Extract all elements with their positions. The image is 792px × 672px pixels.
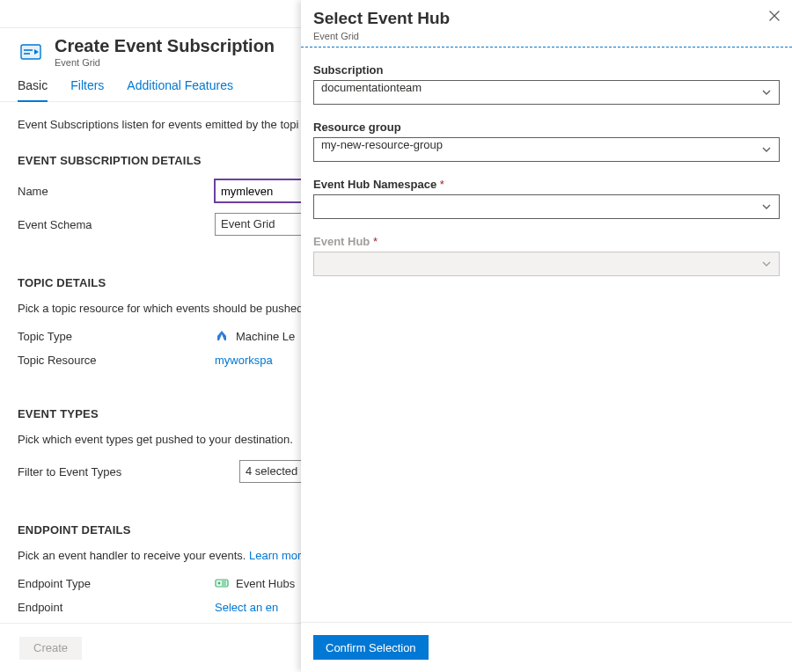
topic-type-value: Machine Le bbox=[236, 330, 295, 343]
machine-learning-icon bbox=[215, 329, 229, 343]
tab-basic[interactable]: Basic bbox=[18, 78, 48, 101]
event-hubs-icon bbox=[215, 576, 229, 590]
tab-filters[interactable]: Filters bbox=[70, 78, 104, 101]
event-schema-label: Event Schema bbox=[18, 218, 215, 231]
page-title: Create Event Subscription bbox=[55, 35, 275, 56]
chevron-down-icon bbox=[761, 144, 772, 155]
close-icon[interactable] bbox=[766, 7, 783, 25]
filter-event-types-label: Filter to Event Types bbox=[18, 465, 239, 478]
subscription-select[interactable]: documentationteam bbox=[313, 80, 780, 105]
event-hub-select bbox=[313, 252, 780, 276]
page-subtitle: Event Grid bbox=[55, 57, 275, 68]
resource-group-select[interactable]: my-new-resource-group bbox=[313, 137, 780, 162]
select-event-hub-panel: Select Event Hub Event Grid Subscription… bbox=[301, 0, 792, 672]
chevron-down-icon bbox=[761, 201, 772, 212]
create-button: Create bbox=[19, 637, 82, 660]
resource-group-label: Resource group bbox=[313, 121, 780, 134]
event-hub-namespace-label: Event Hub Namespace * bbox=[313, 178, 780, 191]
name-label: Name bbox=[18, 185, 215, 198]
endpoint-type-label: Endpoint Type bbox=[18, 577, 215, 590]
chevron-down-icon bbox=[761, 87, 772, 98]
topic-resource-label: Topic Resource bbox=[18, 354, 215, 367]
confirm-selection-button[interactable]: Confirm Selection bbox=[313, 635, 429, 660]
endpoint-type-value: Event Hubs bbox=[236, 577, 295, 590]
event-grid-icon bbox=[18, 39, 44, 65]
subscription-label: Subscription bbox=[313, 63, 780, 77]
endpoint-label: Endpoint bbox=[18, 601, 215, 614]
learn-more-link[interactable]: Learn more bbox=[249, 549, 307, 562]
svg-point-2 bbox=[218, 582, 221, 585]
tab-additional-features[interactable]: Additional Features bbox=[127, 78, 233, 101]
event-hub-namespace-select[interactable] bbox=[313, 194, 780, 219]
chevron-down-icon bbox=[761, 259, 772, 269]
topic-type-label: Topic Type bbox=[18, 330, 215, 343]
panel-title: Select Event Hub bbox=[313, 7, 780, 30]
select-endpoint-link[interactable]: Select an en bbox=[215, 601, 278, 614]
panel-subtitle: Event Grid bbox=[313, 31, 780, 41]
topic-resource-link[interactable]: myworkspa bbox=[215, 354, 273, 367]
event-hub-label: Event Hub * bbox=[313, 235, 780, 248]
